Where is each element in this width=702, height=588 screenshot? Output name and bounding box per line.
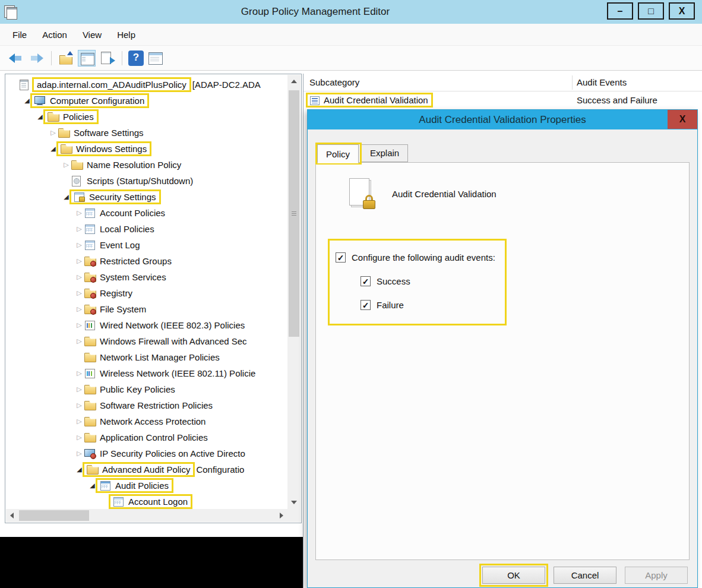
close-button[interactable]: X xyxy=(669,2,695,20)
menu-action[interactable]: Action xyxy=(34,27,75,43)
horizontal-scrollbar[interactable] xyxy=(6,509,287,522)
scroll-down-icon[interactable] xyxy=(288,497,300,508)
tree-item[interactable]: ◢Audit Policies xyxy=(6,478,287,494)
tree-item[interactable]: Account Logon xyxy=(6,494,287,509)
expand-arrow-icon[interactable]: ▷ xyxy=(75,257,84,265)
tree-item[interactable]: ▷Registry xyxy=(6,285,287,301)
dialog-titlebar[interactable]: Audit Credential Validation Properties X xyxy=(308,110,697,129)
maximize-button[interactable]: □ xyxy=(638,2,664,20)
tree-item-label: Computer Configuration xyxy=(49,96,146,106)
folder-icon xyxy=(84,416,96,426)
tree-item[interactable]: ▷Event Log xyxy=(6,237,287,253)
checkbox-success[interactable] xyxy=(361,276,371,286)
expand-arrow-icon[interactable]: ▷ xyxy=(49,129,58,137)
tree-item[interactable]: ▷Wireless Network (IEEE 802.11) Policie xyxy=(6,365,287,381)
tree-item[interactable]: ▷File System xyxy=(6,301,287,317)
apply-button[interactable]: Apply xyxy=(625,567,688,584)
show-console-tree-icon[interactable] xyxy=(78,50,96,67)
tree-item[interactable]: ◢Windows Settings xyxy=(6,141,287,157)
tree-item[interactable]: ▷Windows Firewall with Advanced Sec xyxy=(6,333,287,349)
tree-item[interactable]: ◢Policies xyxy=(6,109,287,125)
scrollbar-thumb[interactable] xyxy=(289,90,299,337)
expand-arrow-icon[interactable]: ▷ xyxy=(75,450,84,457)
vertical-scrollbar[interactable] xyxy=(287,75,301,509)
tree-item[interactable]: ▷IP Security Policies on Active Directo xyxy=(6,445,287,461)
checkbox-configure-the-following-audit-events[interactable] xyxy=(336,252,346,263)
expand-arrow-icon[interactable]: ▷ xyxy=(75,337,84,345)
scroll-right-icon[interactable] xyxy=(276,510,287,521)
column-header-subcategory[interactable]: Subcategory xyxy=(309,77,359,87)
window-titlebar: Group Policy Management Editor – □ X xyxy=(0,0,702,24)
tree-item[interactable]: ▷System Services xyxy=(6,269,287,285)
folder-icon xyxy=(61,144,72,154)
tree-item-label: Name Resolution Policy xyxy=(86,160,182,170)
toolbar-separator xyxy=(122,51,122,65)
expand-arrow-icon[interactable]: ▷ xyxy=(75,241,84,249)
expand-arrow-icon[interactable]: ▷ xyxy=(75,209,84,217)
tree-item[interactable]: Scripts (Startup/Shutdown) xyxy=(6,173,287,189)
forward-icon[interactable] xyxy=(27,50,45,67)
security-icon xyxy=(74,192,85,202)
tree-item[interactable]: ▷Local Policies xyxy=(6,221,287,237)
toolbar xyxy=(0,46,702,71)
tree-item[interactable]: Network List Manager Policies xyxy=(6,349,287,365)
tree-item-label: Security Settings xyxy=(88,192,157,202)
tree-item-label: Account Logon xyxy=(127,497,189,507)
expand-arrow-icon[interactable]: ▷ xyxy=(75,402,84,409)
expand-arrow-icon[interactable]: ▷ xyxy=(75,321,84,329)
expand-arrow-icon[interactable]: ▷ xyxy=(75,273,84,281)
expand-arrow-icon[interactable]: ▷ xyxy=(75,385,84,393)
tree-item[interactable]: ◢Security Settings xyxy=(6,189,287,205)
annotation-highlight: Windows Settings xyxy=(56,141,151,156)
expand-arrow-icon[interactable]: ▷ xyxy=(62,161,71,169)
menu-help[interactable]: Help xyxy=(109,27,143,43)
tree-item-label: IP Security Policies on Active Directo xyxy=(99,448,246,459)
tree-item[interactable]: ▷Application Control Policies xyxy=(6,429,287,445)
tree-item[interactable]: adap.internal.com_ADAuditPlusPolicy [ADA… xyxy=(6,77,287,93)
menu-file[interactable]: File xyxy=(5,27,34,43)
column-divider[interactable] xyxy=(572,75,573,90)
tab-policy[interactable]: Policy xyxy=(317,144,359,163)
lockfolder-icon xyxy=(84,272,96,282)
expand-arrow-icon[interactable]: ▷ xyxy=(75,289,84,297)
column-header-audit-events[interactable]: Audit Events xyxy=(577,77,627,87)
folder-icon xyxy=(87,464,98,475)
cancel-button[interactable]: Cancel xyxy=(554,567,616,584)
properties-dialog: Audit Credential Validation Properties X… xyxy=(307,109,698,588)
up-one-level-icon[interactable] xyxy=(58,50,75,67)
tree-item[interactable]: ◢Advanced Audit Policy Configuratio xyxy=(6,461,287,478)
expand-arrow-icon[interactable]: ▷ xyxy=(75,418,84,425)
minimize-button[interactable]: – xyxy=(607,2,633,20)
expand-arrow-icon[interactable]: ▷ xyxy=(75,305,84,313)
tree-item[interactable]: ▷Public Key Policies xyxy=(6,381,287,397)
tree-item[interactable]: ◢Computer Configuration xyxy=(6,93,287,109)
dialog-close-button[interactable]: X xyxy=(668,110,697,129)
scroll-left-icon[interactable] xyxy=(6,510,18,521)
expand-arrow-icon[interactable]: ▷ xyxy=(75,369,84,377)
help-icon[interactable] xyxy=(128,50,144,66)
tree-item[interactable]: ▷Software Restriction Policies xyxy=(6,397,287,413)
menu-view[interactable]: View xyxy=(75,27,109,43)
tree-item[interactable]: ▷Account Policies xyxy=(6,205,287,221)
scripts-icon xyxy=(71,176,83,186)
ipsec-icon xyxy=(84,448,96,459)
ok-button[interactable]: OK xyxy=(482,567,545,584)
tree-item-label: Wired Network (IEEE 802.3) Policies xyxy=(99,320,246,330)
tree-item[interactable]: ▷Restricted Groups xyxy=(6,253,287,269)
checkbox-failure[interactable] xyxy=(361,300,371,310)
tree-item[interactable]: ▷Software Settings xyxy=(6,125,287,141)
export-list-icon[interactable] xyxy=(98,50,116,67)
tree-item[interactable]: ▷Name Resolution Policy xyxy=(6,157,287,173)
scroll-up-icon[interactable] xyxy=(288,75,300,87)
expand-arrow-icon[interactable]: ▷ xyxy=(75,225,84,233)
audit-events-value: Success and Failure xyxy=(577,95,657,105)
tree-item-label: Registry xyxy=(99,288,134,298)
scrollbar-thumb[interactable] xyxy=(19,510,89,521)
tab-explain[interactable]: Explain xyxy=(361,144,408,162)
list-row[interactable]: Audit Credential ValidationSuccess and F… xyxy=(303,91,702,109)
tree-item[interactable]: ▷Network Access Protection xyxy=(6,413,287,429)
properties-icon[interactable] xyxy=(146,50,164,67)
back-icon[interactable] xyxy=(7,50,25,67)
expand-arrow-icon[interactable]: ▷ xyxy=(75,434,84,441)
tree-item[interactable]: ▷Wired Network (IEEE 802.3) Policies xyxy=(6,317,287,333)
